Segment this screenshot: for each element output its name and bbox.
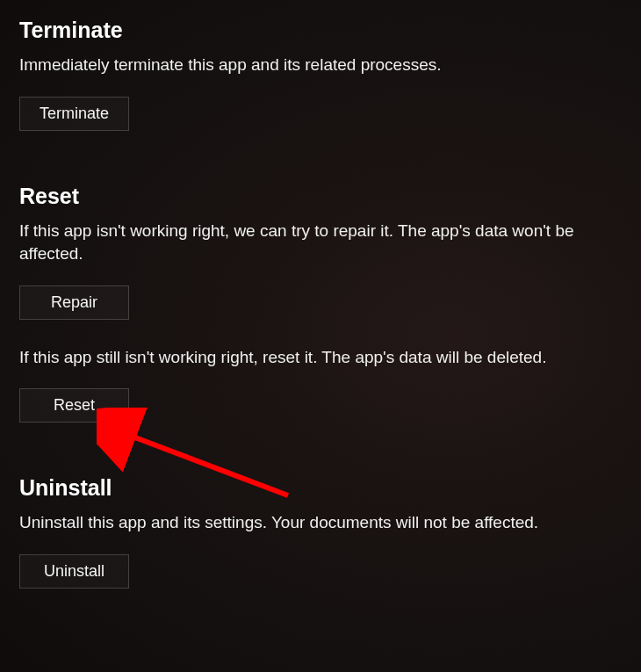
- reset-section: Reset If this app isn't working right, w…: [19, 184, 622, 423]
- terminate-title: Terminate: [19, 18, 622, 43]
- uninstall-button[interactable]: Uninstall: [19, 554, 129, 589]
- uninstall-section: Uninstall Uninstall this app and its set…: [19, 475, 622, 589]
- repair-desc: If this app isn't working right, we can …: [19, 220, 616, 266]
- terminate-button[interactable]: Terminate: [19, 97, 129, 131]
- repair-button[interactable]: Repair: [19, 285, 129, 320]
- terminate-section: Terminate Immediately terminate this app…: [19, 18, 622, 131]
- uninstall-title: Uninstall: [19, 475, 622, 501]
- uninstall-desc: Uninstall this app and its settings. You…: [19, 511, 616, 535]
- reset-button[interactable]: Reset: [19, 388, 129, 423]
- reset-desc: If this app still isn't working right, r…: [19, 346, 616, 370]
- reset-title: Reset: [19, 184, 622, 209]
- terminate-desc: Immediately terminate this app and its r…: [19, 54, 616, 77]
- reset-subsection: If this app still isn't working right, r…: [19, 346, 622, 423]
